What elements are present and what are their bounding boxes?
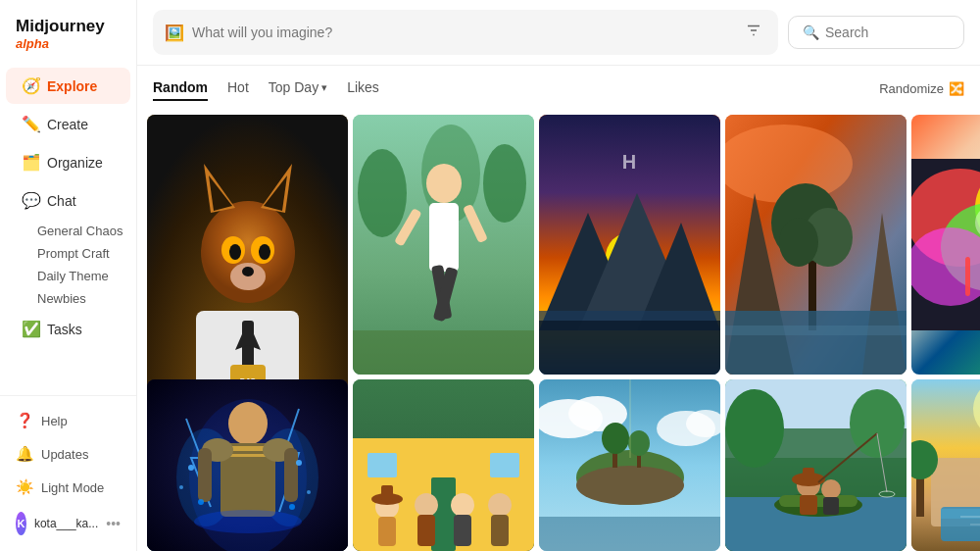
tree-image (725, 115, 906, 375)
filter-icon (745, 22, 762, 39)
warrior-image (147, 379, 348, 551)
gallery-item-warrior[interactable] (147, 379, 348, 551)
nav-items: 🧭 Explore ✏️ Create 🗂️ Organize 💬 Chat G… (0, 63, 136, 395)
svg-point-16 (229, 244, 241, 260)
svg-rect-88 (539, 517, 720, 551)
grandma-image (353, 379, 534, 551)
floating-island-image (539, 379, 720, 551)
sidebar-item-tasks[interactable]: ✅ Tasks (6, 311, 130, 347)
sidebar-item-chat[interactable]: 💬 Chat (6, 182, 130, 219)
sidebar-item-explore[interactable]: 🧭 Explore (6, 68, 130, 104)
gallery-item-splash[interactable] (911, 115, 980, 375)
gallery-item-grandma[interactable] (353, 379, 534, 551)
svg-point-73 (488, 493, 512, 517)
svg-point-25 (426, 164, 462, 203)
main-content: 🖼️ 🔍 Search Random Hot Top Day ▾ Likes (137, 0, 980, 551)
organize-label: Organize (47, 155, 103, 171)
sidebar-item-create[interactable]: ✏️ Create (6, 106, 130, 142)
svg-point-124 (821, 479, 841, 499)
explore-icon: 🧭 (22, 76, 39, 95)
sidebar-item-light-mode[interactable]: ☀️ Light Mode (0, 471, 136, 504)
light-mode-label: Light Mode (41, 480, 104, 495)
svg-rect-70 (417, 515, 435, 546)
sidebar-bottom: ❓ Help 🔔 Updates ☀️ Light Mode K kota___… (0, 395, 136, 551)
tab-likes-label: Likes (347, 79, 379, 95)
svg-rect-101 (284, 448, 298, 502)
sidebar: Midjourney alpha 🧭 Explore ✏️ Create 🗂️ … (0, 0, 137, 551)
avatar-initial: K (17, 518, 24, 529)
splash-image (911, 115, 980, 375)
randomize-button[interactable]: Randomize 🔀 (879, 81, 964, 96)
imagine-input[interactable] (192, 25, 733, 40)
tab-likes[interactable]: Likes (347, 75, 379, 101)
svg-point-83 (576, 466, 684, 505)
svg-point-113 (850, 389, 905, 458)
sidebar-subitem-general-chaos[interactable]: General Chaos (27, 220, 136, 242)
svg-point-85 (602, 423, 629, 454)
svg-point-105 (296, 460, 302, 466)
sidebar-subitem-prompt-craft[interactable]: Prompt Craft (27, 242, 136, 265)
sidebar-subitem-daily-theme[interactable]: Daily Theme (27, 265, 136, 287)
svg-rect-74 (491, 515, 509, 546)
tab-random-label: Random (153, 79, 208, 95)
chevron-down-icon: ▾ (321, 81, 327, 94)
sidebar-subitem-newbies[interactable]: Newbies (27, 287, 136, 310)
general-chaos-label: General Chaos (37, 224, 122, 238)
svg-rect-100 (198, 448, 212, 502)
sidebar-item-help[interactable]: ❓ Help (0, 404, 136, 437)
newbies-label: Newbies (37, 291, 86, 306)
create-icon: ✏️ (22, 115, 39, 133)
imagine-search-bar[interactable]: 🖼️ (153, 10, 778, 55)
tab-hot[interactable]: Hot (227, 75, 249, 101)
search-box[interactable]: 🔍 Search (788, 16, 964, 49)
sidebar-item-updates[interactable]: 🔔 Updates (0, 437, 136, 471)
svg-point-106 (307, 490, 311, 494)
svg-rect-65 (368, 453, 397, 477)
svg-rect-31 (353, 330, 534, 375)
svg-point-94 (228, 402, 268, 445)
tabs-row: Random Hot Top Day ▾ Likes Randomize 🔀 (137, 66, 980, 107)
gallery-item-floating-island[interactable] (539, 379, 720, 551)
gallery-item-sunset[interactable]: H (539, 115, 720, 375)
svg-point-48 (779, 218, 818, 267)
svg-rect-72 (454, 515, 471, 546)
help-icon: ❓ (16, 412, 33, 429)
explore-label: Explore (47, 78, 97, 94)
svg-point-71 (451, 493, 474, 517)
tasks-label: Tasks (47, 322, 82, 337)
tab-random[interactable]: Random (153, 75, 208, 101)
gallery: DJO (137, 107, 980, 551)
light-mode-icon: ☀️ (16, 478, 33, 496)
svg-point-108 (194, 510, 302, 533)
updates-label: Updates (41, 447, 88, 462)
svg-point-23 (483, 144, 526, 223)
sunset-image: H (539, 115, 720, 375)
chat-subitems: General Chaos Prompt Craft Daily Theme N… (0, 220, 136, 310)
logo-text: Midjourney alpha (16, 18, 121, 51)
gallery-item-pool[interactable] (911, 379, 980, 551)
avatar: K (16, 512, 26, 535)
svg-rect-26 (429, 203, 459, 272)
svg-rect-58 (965, 257, 970, 296)
sidebar-item-organize[interactable]: 🗂️ Organize (6, 144, 130, 180)
svg-text:H: H (622, 151, 636, 173)
user-more-icon[interactable]: ••• (106, 516, 121, 531)
gallery-item-tree[interactable] (725, 115, 906, 375)
svg-point-69 (415, 493, 438, 517)
user-area[interactable]: K kota___ka... ••• (0, 504, 136, 543)
filter-button[interactable] (741, 18, 766, 47)
svg-point-19 (242, 267, 254, 276)
chat-icon: 💬 (22, 191, 39, 210)
randomize-label: Randomize (879, 81, 944, 96)
gallery-item-fishing[interactable] (725, 379, 906, 551)
topbar: 🖼️ 🔍 Search (137, 0, 980, 66)
tab-hot-label: Hot (227, 79, 249, 95)
organize-icon: 🗂️ (22, 153, 39, 172)
gallery-item-runner[interactable] (353, 115, 534, 375)
svg-rect-40 (539, 321, 720, 375)
tab-top-day-label: Top Day (269, 79, 318, 95)
create-label: Create (47, 117, 88, 132)
svg-point-102 (188, 465, 194, 471)
search-icon: 🔍 (803, 25, 819, 40)
tab-top-day[interactable]: Top Day ▾ (269, 75, 327, 101)
